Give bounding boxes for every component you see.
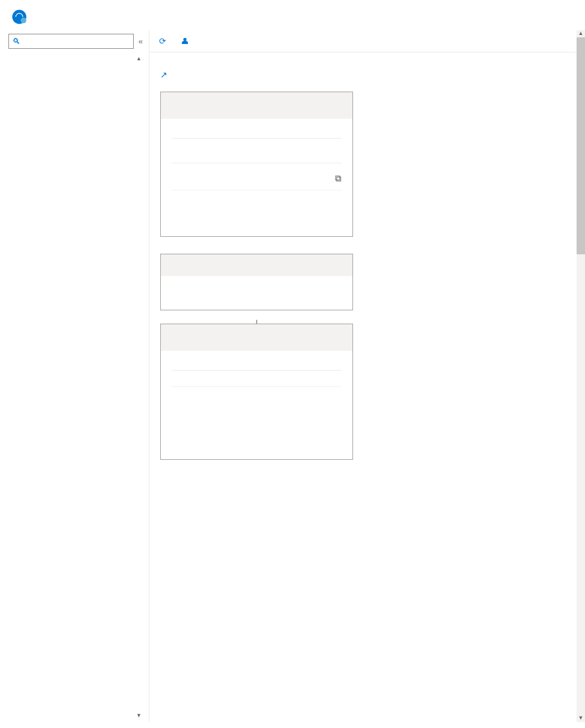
search-input[interactable]: 🔍︎ bbox=[8, 34, 134, 49]
refresh-icon: ⟳ bbox=[159, 36, 166, 46]
content-scrollbar[interactable]: ▲ ▼ bbox=[577, 30, 585, 722]
sidebar: 🔍︎ « ▲ ▼ bbox=[0, 30, 149, 722]
learn-more-link[interactable]: ↗ bbox=[160, 71, 167, 80]
inbound-traffic-card: ⧉ bbox=[160, 92, 353, 237]
search-icon: 🔍︎ bbox=[13, 37, 20, 46]
inbound-networking-features-card bbox=[160, 254, 353, 310]
inbound-address-heading bbox=[172, 153, 342, 163]
refresh-button[interactable]: ⟳ bbox=[159, 36, 170, 46]
page-header bbox=[0, 0, 585, 30]
scroll-up-icon: ▲ bbox=[136, 55, 142, 61]
webapp-icon bbox=[11, 8, 28, 25]
webapp-card bbox=[160, 324, 353, 460]
intro-text: ↗ bbox=[149, 52, 559, 86]
collapse-sidebar-button[interactable]: « bbox=[139, 37, 143, 46]
copy-address-button[interactable]: ⧉ bbox=[335, 173, 342, 184]
content-panel: ⟳ 👤︎ ↗ bbox=[149, 30, 585, 722]
close-button[interactable] bbox=[567, 6, 574, 13]
feedback-button[interactable]: 👤︎ bbox=[181, 37, 193, 46]
feedback-icon: 👤︎ bbox=[181, 37, 189, 46]
scroll-down-icon: ▼ bbox=[136, 712, 142, 718]
svg-point-1 bbox=[20, 17, 26, 23]
features-heading bbox=[172, 128, 342, 139]
domains-heading bbox=[172, 360, 342, 371]
